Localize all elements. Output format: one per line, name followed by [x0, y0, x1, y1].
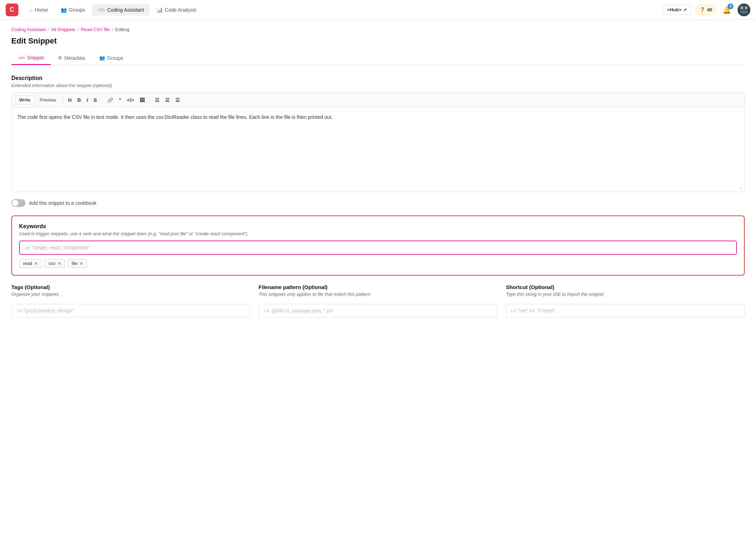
page-content: Coding Assistant / All Snippets / Read C…: [0, 20, 756, 554]
strikethrough-icon[interactable]: S: [92, 96, 99, 104]
link-icon[interactable]: 🔗: [105, 96, 115, 104]
toggle-knob: [12, 200, 18, 206]
app-logo[interactable]: C: [6, 4, 18, 16]
chip-read-label: read: [23, 261, 32, 266]
groups-icon: 👥: [61, 7, 67, 13]
heading-icon[interactable]: H: [66, 96, 74, 104]
task-list-icon[interactable]: ☰: [173, 96, 182, 104]
filename-input[interactable]: [258, 304, 497, 317]
shortcut-input[interactable]: [506, 304, 745, 317]
breadcrumb-coding-assistant[interactable]: Coding Assistant: [11, 27, 46, 32]
tags-section: Tags (Optional) Organize your snippets.: [11, 284, 250, 317]
keywords-section: Keywords Used to trigger snippets, use a…: [11, 215, 745, 276]
tabs-container: </> Snippet ⚙ Metadata 👥 Groups: [11, 51, 745, 65]
tags-title: Tags (Optional): [11, 284, 250, 290]
page-title: Edit Snippet: [11, 36, 745, 46]
shortcut-section: Shortcut (Optional) Type this string in …: [506, 284, 745, 317]
svg-rect-3: [740, 11, 748, 13]
keyword-chip-file: file ✕: [68, 259, 87, 268]
navbar: C ⌂ Home 👥 Groups </> Coding Assistant 📊…: [0, 0, 756, 20]
coding-icon: </>: [98, 7, 105, 13]
help-icon: ❓: [699, 7, 705, 12]
breadcrumb-sep-2: /: [77, 27, 79, 32]
tags-subtitle: Organize your snippets.: [11, 292, 250, 297]
svg-rect-1: [740, 6, 743, 9]
italic-icon[interactable]: I: [85, 96, 90, 104]
breadcrumb-read-csv[interactable]: Read CSV file: [81, 27, 110, 32]
description-subtitle: Extended information about the snippet (…: [11, 83, 745, 88]
code-icon[interactable]: </>: [125, 96, 136, 104]
unordered-list-icon[interactable]: ☰: [153, 96, 162, 104]
notif-badge: 8: [728, 4, 733, 9]
tab-groups[interactable]: 👥 Groups: [92, 51, 130, 65]
chip-csv-remove[interactable]: ✕: [58, 261, 61, 266]
cookbook-label: Add this snippet to a cookbook: [29, 200, 97, 206]
notifications-button[interactable]: 🔔 8: [720, 4, 733, 16]
tab-snippet[interactable]: </> Snippet: [11, 51, 51, 65]
user-avatar[interactable]: [738, 4, 750, 16]
chip-file-remove[interactable]: ✕: [80, 261, 83, 266]
nav-item-coding-assistant[interactable]: </> Coding Assistant: [92, 4, 150, 16]
image-icon[interactable]: 🖼: [138, 96, 147, 104]
editor-resize: ⤡: [12, 185, 744, 192]
chip-file-label: file: [72, 261, 78, 266]
nav-analysis-label: Code Analysis: [165, 7, 196, 13]
avatar-image: [738, 4, 750, 16]
ordered-list-icon[interactable]: ☰: [163, 96, 172, 104]
editor-toolbar: Write Preview H B I S 🔗 " </> 🖼 ☰ ☰ ☰: [12, 93, 744, 108]
shortcut-title: Shortcut (Optional): [506, 284, 745, 290]
description-section: Description Extended information about t…: [11, 75, 745, 192]
description-body[interactable]: The code first opens the CSV file in tex…: [12, 108, 744, 185]
nav-item-groups[interactable]: 👥 Groups: [55, 4, 91, 16]
analysis-icon: 📊: [157, 7, 163, 13]
quote-icon[interactable]: ": [117, 96, 123, 104]
breadcrumb: Coding Assistant / All Snippets / Read C…: [11, 27, 745, 32]
chip-read-remove[interactable]: ✕: [34, 261, 38, 266]
bold-icon[interactable]: B: [75, 96, 83, 104]
keywords-input[interactable]: [19, 241, 737, 255]
points-value: 40: [707, 7, 712, 12]
breadcrumb-all-snippets[interactable]: All Snippets: [51, 27, 75, 32]
filename-section: Filename pattern (Optional) This snippet…: [258, 284, 497, 317]
cookbook-toggle[interactable]: [11, 199, 25, 207]
tab-groups-label: Groups: [107, 55, 123, 61]
snippet-tab-icon: </>: [18, 55, 25, 60]
write-btn[interactable]: Write: [15, 96, 34, 104]
keywords-title: Keywords: [19, 223, 737, 230]
nav-right-section: <Hub> ↗ ❓ 40 🔔 8: [663, 4, 750, 16]
svg-rect-2: [745, 6, 748, 9]
breadcrumb-editing: Editing: [115, 27, 129, 32]
groups-tab-icon: 👥: [99, 55, 105, 60]
resize-icon: ⤡: [739, 186, 743, 191]
filename-title: Filename pattern (Optional): [258, 284, 497, 290]
breadcrumb-sep-1: /: [48, 27, 49, 32]
toolbar-sep-2: [102, 97, 102, 104]
filename-subtitle: This snippets only applies to file that …: [258, 292, 497, 297]
points-button[interactable]: ❓ 40: [696, 5, 716, 15]
tab-snippet-label: Snippet: [27, 55, 44, 60]
nav-groups-label: Groups: [69, 7, 85, 13]
nav-home-label: Home: [35, 7, 48, 13]
home-icon: ⌂: [30, 7, 33, 13]
hub-external-icon: ↗: [683, 7, 687, 12]
preview-btn[interactable]: Preview: [36, 96, 60, 104]
breadcrumb-sep-3: /: [112, 27, 113, 32]
nav-coding-label: Coding Assistant: [107, 7, 144, 13]
metadata-tab-icon: ⚙: [58, 55, 62, 60]
keywords-subtitle: Used to trigger snippets, use a verb and…: [19, 231, 737, 236]
chip-csv-label: csv: [48, 261, 56, 266]
cookbook-toggle-row: Add this snippet to a cookbook: [11, 199, 745, 207]
keywords-chips: read ✕ csv ✕ file ✕: [19, 259, 737, 268]
nav-item-code-analysis[interactable]: 📊 Code Analysis: [151, 4, 202, 16]
keyword-chip-read: read ✕: [19, 259, 42, 268]
toolbar-sep-3: [150, 97, 150, 104]
bottom-grid: Tags (Optional) Organize your snippets. …: [11, 284, 745, 317]
hub-label: <Hub>: [667, 7, 681, 12]
hub-button[interactable]: <Hub> ↗: [663, 5, 691, 15]
shortcut-subtitle: Type this string in your IDE to import t…: [506, 292, 745, 297]
tags-input[interactable]: [11, 304, 250, 317]
nav-item-home[interactable]: ⌂ Home: [24, 4, 54, 16]
toolbar-sep-1: [63, 97, 63, 104]
tab-metadata[interactable]: ⚙ Metadata: [51, 51, 92, 65]
description-editor: Write Preview H B I S 🔗 " </> 🖼 ☰ ☰ ☰ Th…: [11, 92, 745, 192]
